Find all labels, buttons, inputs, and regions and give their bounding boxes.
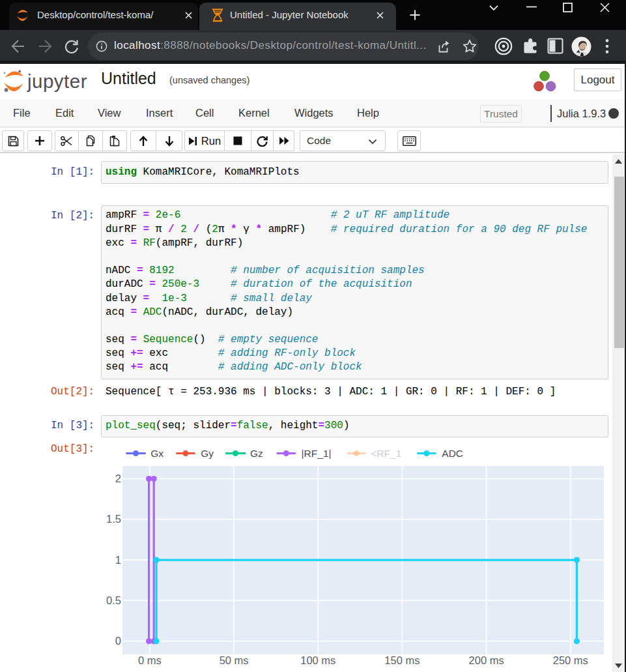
svg-text:2: 2 xyxy=(115,473,121,484)
svg-text:1.5: 1.5 xyxy=(106,513,121,525)
svg-text:|RF_1|: |RF_1| xyxy=(302,448,332,459)
svg-text:150 ms: 150 ms xyxy=(384,654,420,666)
svg-text:100 ms: 100 ms xyxy=(300,654,335,666)
svg-text:250 ms: 250 ms xyxy=(553,654,588,666)
svg-text:Gx: Gx xyxy=(150,448,164,459)
svg-text:ADC: ADC xyxy=(442,448,463,459)
svg-text:50 ms: 50 ms xyxy=(220,654,249,666)
svg-text:0 ms: 0 ms xyxy=(138,654,162,666)
svg-text:Gz: Gz xyxy=(250,448,263,459)
svg-text:200 ms: 200 ms xyxy=(469,654,504,666)
svg-text:1: 1 xyxy=(115,554,121,566)
svg-text:<RF_1: <RF_1 xyxy=(371,448,401,459)
svg-text:0.5: 0.5 xyxy=(106,594,121,606)
svg-text:Gy: Gy xyxy=(201,448,214,459)
svg-text:0: 0 xyxy=(115,635,121,647)
